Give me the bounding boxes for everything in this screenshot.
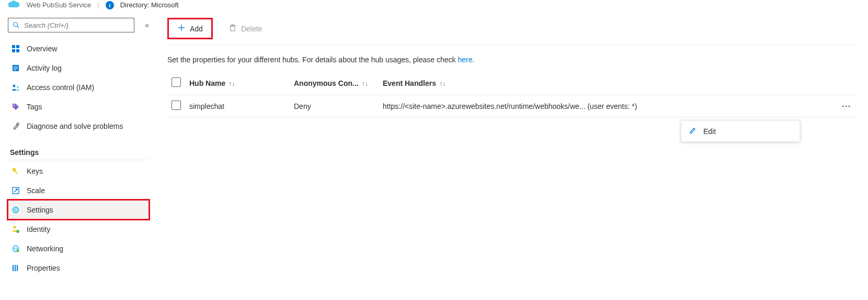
access-control-icon [11,83,20,92]
sidebar-item-diagnose[interactable]: Diagnose and solve problems [8,116,149,136]
sort-icon: ↑↓ [229,80,235,87]
sidebar-item-settings[interactable]: Settings [8,200,149,219]
svg-point-0 [14,23,18,27]
cell-event-handlers: https://<site-name>.azurewebsites.net/ru… [379,95,837,117]
sidebar: « Overview Activity log Access control (… [0,13,157,283]
svg-rect-9 [14,70,16,70]
tags-icon [11,102,20,112]
svg-rect-30 [231,26,235,31]
edit-icon [689,126,697,136]
select-all-header[interactable] [167,71,185,95]
svg-point-24 [17,249,19,252]
sidebar-item-label: Overview [27,45,57,53]
cell-anonymous: Deny [290,95,379,117]
info-icon[interactable]: i [106,1,114,9]
svg-rect-32 [232,25,234,26]
cell-hub-name: simplechat [185,95,290,117]
svg-rect-8 [14,68,18,69]
context-menu-edit[interactable]: Edit [681,121,800,141]
svg-rect-2 [12,45,15,48]
svg-rect-7 [14,66,18,67]
collapse-sidebar-icon[interactable]: « [145,21,149,29]
row-checkbox[interactable] [172,101,181,110]
table-row[interactable]: simplechat Deny https://<site-name>.azur… [167,95,858,117]
main-content: Add Delete Set the properties for your d… [157,13,868,283]
service-icon [8,0,20,10]
context-menu: Edit [681,120,800,142]
intro-text: Set the properties for your different hu… [167,45,858,71]
toolbar: Add Delete [167,13,858,45]
directory-label: Directory: Microsoft [120,1,179,9]
diagnose-icon [11,121,20,131]
sort-icon: ↑↓ [439,80,446,87]
svg-point-12 [14,104,15,105]
row-more-button[interactable]: ··· [842,102,853,110]
sidebar-item-label: Keys [27,167,43,175]
svg-point-18 [15,209,17,211]
sidebar-item-label: Access control (IAM) [27,83,94,92]
column-anonymous[interactable]: Anonymous Con...↑↓ [290,71,379,95]
sidebar-item-activity-log[interactable]: Activity log [8,58,149,77]
sidebar-item-label: Diagnose and solve problems [27,122,123,130]
svg-rect-26 [15,265,16,271]
identity-icon [11,225,20,234]
plus-icon [177,24,186,34]
sidebar-item-label: Networking [27,245,63,253]
search-icon [12,20,21,30]
sidebar-item-properties[interactable]: Properties [8,258,149,277]
svg-rect-3 [16,45,19,48]
overview-icon [11,44,20,53]
properties-icon [11,263,20,273]
context-menu-edit-label: Edit [703,127,716,136]
delete-button[interactable]: Delete [221,20,269,37]
svg-rect-4 [12,49,15,52]
svg-rect-5 [16,49,19,52]
service-type-label: Web PubSub Service [27,1,91,9]
svg-rect-25 [13,265,14,271]
sidebar-item-label: Settings [27,206,53,214]
sidebar-item-networking[interactable]: Networking [8,239,149,258]
column-event-handlers[interactable]: Event Handlers↑↓ [379,71,837,95]
svg-point-13 [17,123,19,125]
keys-icon [11,166,20,176]
svg-point-10 [13,84,16,87]
svg-line-1 [17,26,19,28]
add-button[interactable]: Add [170,20,210,37]
sidebar-item-label: Properties [27,264,60,272]
sidebar-item-label: Scale [27,186,45,195]
sidebar-item-access-control[interactable]: Access control (IAM) [8,77,149,97]
sort-icon: ↑↓ [362,80,368,87]
add-button-label: Add [190,25,203,33]
sidebar-search[interactable] [8,18,134,32]
trash-icon [229,24,237,34]
add-button-highlight: Add [167,18,213,39]
svg-rect-15 [14,170,18,174]
scale-icon [11,186,20,195]
sidebar-search-input[interactable] [24,21,131,29]
svg-rect-27 [17,265,18,271]
svg-point-11 [17,86,19,88]
sidebar-item-label: Identity [27,225,50,234]
activity-log-icon [11,63,20,73]
column-hub-name[interactable]: Hub Name↑↓ [185,71,290,95]
gear-icon [11,205,20,215]
delete-button-label: Delete [241,25,262,33]
sidebar-item-label: Activity log [27,64,62,72]
svg-point-19 [14,226,16,228]
checkbox-icon[interactable] [172,77,181,87]
sidebar-item-scale[interactable]: Scale [8,181,149,200]
separator: | [97,1,99,9]
sidebar-item-label: Tags [27,103,42,111]
sidebar-item-keys[interactable]: Keys [8,161,149,181]
top-bar: Web PubSub Service | i Directory: Micros… [0,0,868,13]
settings-section-header: Settings [8,145,149,160]
hubs-table: Hub Name↑↓ Anonymous Con...↑↓ Event Hand… [167,71,858,117]
intro-link[interactable]: here [458,55,472,64]
sidebar-item-identity[interactable]: Identity [8,219,149,239]
sidebar-item-overview[interactable]: Overview [8,39,149,58]
sidebar-item-tags[interactable]: Tags [8,97,149,116]
svg-point-20 [16,230,19,233]
networking-icon [11,244,20,253]
